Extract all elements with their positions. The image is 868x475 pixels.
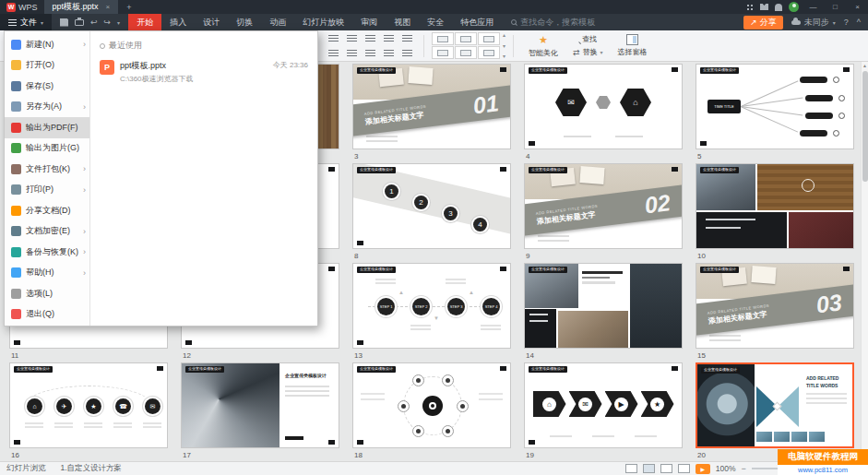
notifications-icon[interactable] [775,4,782,11]
exit-icon [11,309,21,319]
selection-pane-button[interactable]: 选择窗格 [611,31,655,60]
file-menu-item[interactable]: 新建(N)› [5,34,89,55]
scrollbar-thumb[interactable] [862,71,868,182]
slide-thumbnail-8[interactable]: 企业宣传类模板设计1234 [352,163,511,249]
smart-beautify-button[interactable]: ★ 智能美化 [521,31,565,60]
wps-logo[interactable]: W WPS [0,3,44,12]
shape-style-gallery[interactable]: ▴ ▾ ▾ [432,32,505,59]
apps-grid-icon[interactable] [746,4,754,11]
skin-icon[interactable] [760,4,768,10]
file-menu-item[interactable]: 文件打包(K)› [5,159,89,180]
align-right-icon[interactable] [362,31,379,45]
slide-thumbnail-4[interactable]: 企业宣传类模板设计✉⌂ [524,64,683,149]
gallery-item[interactable] [432,32,454,45]
slide-thumbnail-14[interactable]: 企业宣传类模板设计 [524,263,683,349]
slideshow-icon[interactable] [678,464,690,473]
file-menu-item[interactable]: 打开(O) [5,55,89,77]
slide-thumbnail-20[interactable]: 企业宣传类模板设计ADD RELATED TITLE WORDS [696,362,854,448]
ribbon-tab-幻灯片放映[interactable]: 幻灯片放映 [294,14,352,30]
file-menu-item[interactable]: 分享文档(D) [5,200,89,221]
close-button[interactable]: × [850,3,865,11]
help-icon[interactable]: ? [844,18,849,27]
slide-thumbnail-15[interactable]: 企业宣传类模板设计ADD RELATED TITLE WORDS添加相关标题文字… [696,263,854,349]
maximize-button[interactable]: □ [827,3,843,11]
file-menu-button[interactable]: 文件 ▾ [0,14,52,30]
file-menu-item[interactable]: 另存为(A)› [5,97,89,118]
slide-thumbnail-18[interactable]: 企业宣传类模板设计 [352,362,511,448]
vertical-scrollbar[interactable]: ▲ [861,62,868,461]
file-menu-item[interactable]: 退出(Q) [5,304,89,326]
file-menu-item[interactable]: 备份与恢复(K)› [5,242,89,263]
collapse-ribbon-icon[interactable]: ^ [857,18,861,27]
chevron-down-icon[interactable]: ▾ [117,19,120,26]
ribbon-tab-设计[interactable]: 设计 [195,14,228,30]
replace-button[interactable]: ⇄ 替换 ▾ [569,47,607,57]
command-search[interactable]: 查找命令，搜索模板 [511,17,595,29]
bullets-icon[interactable] [325,46,342,60]
gallery-item[interactable] [478,46,500,59]
indent-increase-icon[interactable] [380,46,398,60]
slide-cell: 企业宣传类模板设计⌂✉▶★19 [524,362,683,461]
undo-icon[interactable]: ↩ [90,18,98,27]
slide-cell: 企业宣传类模板设计TIME TITLE5 [696,64,854,163]
line-spacing-icon[interactable] [398,31,416,45]
slide-thumbnail-17[interactable]: 企业宣传类模板设计企业宣传类模板设计 [181,362,339,448]
gallery-item[interactable] [432,46,454,59]
slide-thumbnail-9[interactable]: 企业宣传类模板设计ADD RELATED TITLE WORDS添加相关标题文字… [524,163,683,249]
sync-status[interactable]: 未同步 ▾ [791,17,836,29]
ribbon-tab-特色应用[interactable]: 特色应用 [452,14,502,30]
ribbon-tab-视图[interactable]: 视图 [386,14,419,30]
gallery-item[interactable] [455,32,477,45]
gallery-up-icon[interactable]: ▴ [503,32,505,38]
gallery-more-icon[interactable]: ▾ [503,53,505,59]
align-center-icon[interactable] [343,31,361,45]
redo-icon[interactable]: ↪ [104,18,112,27]
ribbon-tab-插入[interactable]: 插入 [161,14,195,30]
file-menu-item[interactable]: 保存(S) [5,76,89,97]
text-direction-icon[interactable] [398,46,416,60]
hexagon-shape: ✉ [555,89,587,116]
ribbon-tab-审阅[interactable]: 审阅 [352,14,386,30]
ribbon-tab-动画[interactable]: 动画 [261,14,294,30]
new-tab-button[interactable]: + [118,3,139,12]
indent-decrease-icon[interactable] [362,46,379,60]
file-menu-item[interactable]: 选项(L) [5,283,89,304]
ribbon-tab-安全[interactable]: 安全 [419,14,452,30]
slide-thumbnail-13[interactable]: 企业宣传类模板设计STEP 1STEP 2STEP 3STEP 4▲▼▲ [352,263,511,349]
slide-thumbnail-10[interactable]: 企业宣传类模板设计 [696,163,854,249]
file-menu-item[interactable]: 文档加密(E)› [5,221,89,243]
save-icon[interactable] [60,18,68,27]
recent-file-item[interactable]: P ppt模板.pptx C:\360极速浏览器下载 今天 23:36 [100,60,308,84]
gallery-item[interactable] [478,32,500,45]
numbering-icon[interactable] [343,46,361,60]
file-menu-item[interactable]: 打印(P)› [5,180,89,201]
align-left-icon[interactable] [325,31,342,45]
slide-thumbnail-16[interactable]: 企业宣传类模板设计⌂✈★☎✉ [9,362,168,448]
gallery-down-icon[interactable]: ▾ [503,43,505,49]
slide-sorter-icon[interactable] [643,464,655,473]
gallery-item[interactable] [455,46,477,59]
tab-close-icon[interactable]: × [106,3,111,11]
architecture-photo [182,363,279,448]
play-button[interactable]: ▶ [696,464,710,474]
file-menu-item[interactable]: 帮助(H)› [5,263,89,284]
slide-thumbnail-5[interactable]: 企业宣传类模板设计TIME TITLE [696,64,854,149]
find-button[interactable]: 查找 [569,34,607,44]
scroll-up-icon[interactable]: ▲ [862,63,867,68]
ribbon-tab-切换[interactable]: 切换 [228,14,261,30]
share-button[interactable]: ↗ 分享 [743,16,783,30]
slide-thumbnail-3[interactable]: 企业宣传类模板设计ADD RELATED TITLE WORDS添加相关标题文字… [352,64,511,149]
slide-cell: 企业宣传类模板设计ADD RELATED TITLE WORDS添加相关标题文字… [524,163,683,263]
file-menu-item[interactable]: 输出为图片(G) [5,138,89,160]
align-justify-icon[interactable] [380,31,398,45]
slide-thumbnail-19[interactable]: 企业宣传类模板设计⌂✉▶★ [524,362,683,448]
zoom-out-button[interactable]: − [741,464,745,473]
print-icon[interactable] [75,19,84,26]
document-tab[interactable]: ppt模板.pptx × [44,0,119,14]
reading-view-icon[interactable] [660,464,672,473]
user-avatar[interactable] [789,2,799,12]
file-menu-item[interactable]: 输出为PDF(F) [5,117,89,138]
minimize-button[interactable]: — [805,3,821,11]
normal-view-icon[interactable] [625,464,637,473]
ribbon-tab-开始[interactable]: 开始 [128,14,161,30]
